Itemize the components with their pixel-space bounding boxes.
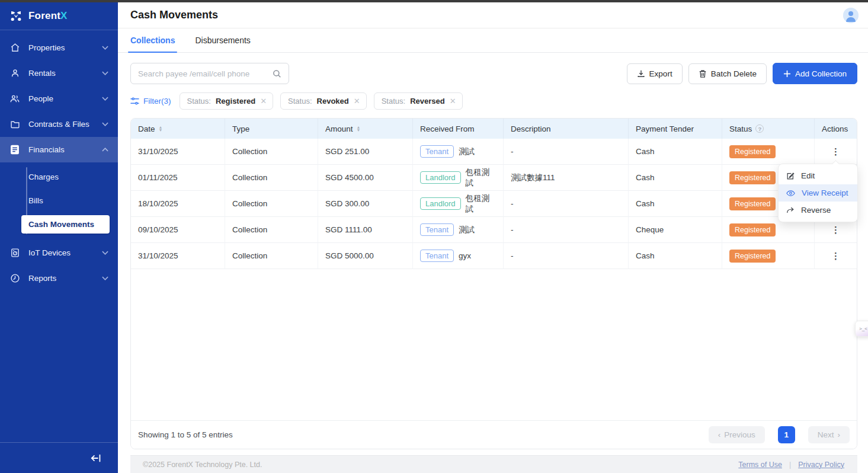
previous-page-button[interactable]: ‹Previous [709,426,765,443]
sidebar-item-rentals[interactable]: Rentals [0,60,118,86]
edit-icon [786,172,795,180]
download-icon [637,69,645,78]
row-actions-kebab-icon[interactable]: ⋮ [822,148,850,156]
search-icon[interactable] [273,69,281,78]
column-header-actions: Actions [815,119,857,139]
menu-item-edit[interactable]: Edit [779,167,857,184]
cell-received-from: Tenant測試 [413,139,504,165]
content: Export Batch Delete Add Collection [118,53,868,473]
column-header-description: Description [504,119,629,139]
next-page-button[interactable]: Next› [808,426,850,443]
page-1-button[interactable]: 1 [778,426,795,443]
sidebar-item-charges[interactable]: Charges [0,165,118,188]
filter-chip-revoked: Status: Revoked ✕ [280,92,367,110]
cell-date: 09/10/2025 [131,217,225,243]
cell-received-from: Landlord包租測試 [413,165,504,191]
table-row: 31/10/2025 Collection SGD 251.00 Tenant測… [131,139,857,165]
cell-payment-tender: Cash [629,165,722,191]
chevron-down-icon [102,251,108,255]
table-card: Date▲▼ Type Amount▲▼ Received From Descr… [130,118,857,449]
cell-amount: SGD 251.00 [318,139,413,165]
chevron-right-icon: › [838,430,841,439]
logo[interactable]: ForentX [0,2,118,30]
document-icon [9,145,20,155]
batch-delete-button[interactable]: Batch Delete [688,63,767,84]
row-actions-kebab-icon[interactable]: ⋮ [822,252,850,260]
cell-status: Registered [722,139,815,165]
sidebar-item-contracts-files[interactable]: Contracts & Files [0,111,118,137]
device-icon [9,248,20,258]
row-actions-kebab-icon[interactable]: ⋮ [822,226,850,234]
pagination-bar: Showing 1 to 5 of 5 entries ‹Previous 1 … [131,420,857,449]
tab-collections[interactable]: Collections [130,28,175,52]
pager: ‹Previous 1 Next› [709,426,850,443]
remove-chip-icon[interactable]: ✕ [260,97,267,106]
footer-links: Terms of Use | Privacy Policy [738,461,844,469]
page-header: Cash Movements [118,2,868,28]
tab-disbursements[interactable]: Disbursements [195,28,250,52]
cell-description: 測試數據111 [504,165,629,191]
cell-date: 31/10/2025 [131,243,225,269]
sort-icon[interactable]: ▲▼ [159,126,163,132]
eye-icon [786,190,795,197]
tenant-badge: Tenant [420,250,454,262]
cell-date: 31/10/2025 [131,139,225,165]
cell-amount: SGD 1111.00 [318,217,413,243]
table-row: 18/10/2025 Collection SGD 300.00 Landlor… [131,191,857,217]
chevron-down-icon [102,46,108,50]
table-empty-space [131,269,857,420]
column-header-date[interactable]: Date▲▼ [131,119,225,139]
menu-item-view-receipt[interactable]: View Receipt [779,184,857,202]
sidebar-item-people[interactable]: People [0,86,118,111]
column-header-received-from: Received From [413,119,504,139]
column-header-amount[interactable]: Amount▲▼ [318,119,413,139]
collapse-sidebar-icon[interactable] [91,453,103,463]
remove-chip-icon[interactable]: ✕ [450,97,456,106]
terms-of-use-link[interactable]: Terms of Use [738,461,782,469]
sidebar-footer [0,442,118,473]
search-input[interactable] [138,69,273,78]
trash-icon [699,69,707,78]
cell-received-from: Tenant測試 [413,217,504,243]
privacy-policy-link[interactable]: Privacy Policy [798,461,844,469]
cell-description: - [504,191,629,217]
help-icon[interactable]: ? [755,124,764,133]
export-button[interactable]: Export [627,63,683,84]
sidebar-item-reports[interactable]: Reports [0,266,118,291]
sidebar-item-iot-devices[interactable]: IoT Devices [0,240,118,266]
footer-separator: | [789,461,791,469]
cell-description: - [504,139,629,165]
remove-chip-icon[interactable]: ✕ [354,97,360,106]
toolbar-actions: Export Batch Delete Add Collection [627,63,857,84]
chevron-down-icon [102,122,108,126]
sidebar-item-financials[interactable]: Financials [0,137,118,162]
cell-date: 01/11/2025 [131,165,225,191]
feedback-widget[interactable]: >_< [855,321,868,337]
cell-actions: ⋮ [815,243,857,269]
main-area: Cash Movements Collections Disbursements [118,2,868,473]
menu-item-reverse[interactable]: Reverse [779,202,857,219]
filter-chip-registered: Status: Registered ✕ [180,92,274,110]
filter-toggle[interactable]: Filter(3) [130,97,171,106]
cell-type: Collection [225,165,318,191]
sidebar-item-bills[interactable]: Bills [0,188,118,212]
status-badge: Registered [729,171,776,184]
sidebar-item-properties[interactable]: Properties [0,35,118,60]
page-title: Cash Movements [130,9,218,21]
tab-bar: Collections Disbursements [118,28,868,53]
home-icon [9,43,20,53]
column-header-status: Status? [722,119,815,139]
user-avatar[interactable] [843,8,859,23]
add-collection-button[interactable]: Add Collection [773,63,857,84]
sidebar: ForentX Properties Rentals [0,2,118,473]
status-badge: Registered [729,223,776,237]
sidebar-item-cash-movements[interactable]: Cash Movements [21,215,110,234]
copyright-text: ©2025 ForentX Technology Pte. Ltd. [143,461,262,469]
cell-amount: SGD 5000.00 [318,243,413,269]
cell-type: Collection [225,191,318,217]
landlord-badge: Landlord [420,171,461,184]
landlord-badge: Landlord [420,197,461,210]
sort-icon[interactable]: ▲▼ [357,126,361,132]
cell-received-from: Landlord包租測試 [413,191,504,217]
status-badge: Registered [729,250,776,263]
